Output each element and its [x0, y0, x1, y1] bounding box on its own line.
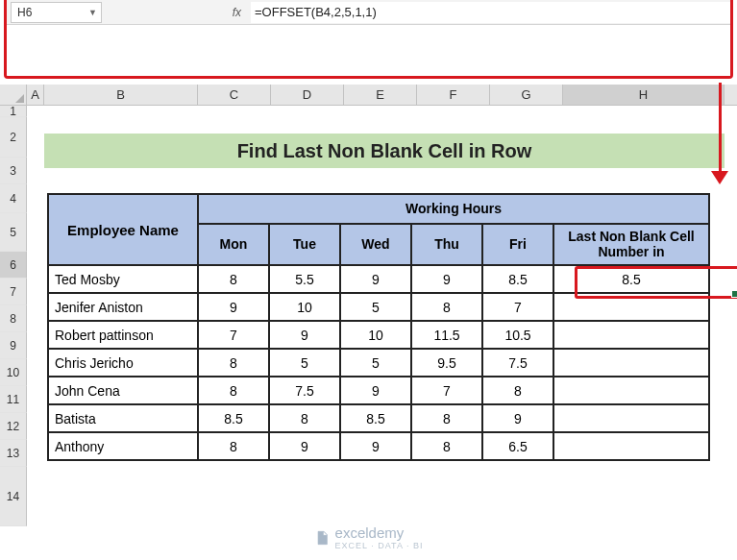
day-header-thu: Thu [411, 224, 482, 265]
col-header-C[interactable]: C [198, 85, 271, 105]
watermark-logo: exceldemy EXCEL · DATA · BI [314, 524, 424, 550]
cell[interactable]: 8 [198, 349, 269, 377]
emp-name[interactable]: John Cena [48, 377, 198, 404]
emp-name[interactable]: Chris Jericho [48, 349, 198, 377]
cell-last[interactable] [553, 377, 709, 404]
cell[interactable]: 8 [482, 377, 553, 404]
table-row: Ted Mosby85.5998.58.5 [48, 265, 709, 293]
table-row: Robert pattinson791011.510.5 [48, 321, 709, 349]
select-all-corner[interactable] [0, 85, 27, 105]
cell[interactable]: 9 [340, 432, 411, 460]
cell-last[interactable] [553, 349, 709, 377]
cell[interactable]: 9 [340, 377, 411, 404]
row-header-9[interactable]: 9 [0, 332, 27, 359]
table-row: Jenifer Aniston910587 [48, 293, 709, 321]
cell-last[interactable] [553, 321, 709, 349]
col-header-G[interactable]: G [490, 85, 563, 105]
col-header-D[interactable]: D [271, 85, 344, 105]
cell[interactable]: 10 [340, 321, 411, 349]
cell[interactable]: 8 [411, 432, 482, 460]
chevron-down-icon[interactable]: ▼ [88, 8, 97, 17]
row-header-11[interactable]: 11 [0, 386, 27, 413]
formula-bar[interactable]: =OFFSET(B4,2,5,1,1) [251, 2, 730, 23]
row-header-13[interactable]: 13 [0, 440, 27, 467]
cell[interactable]: 8.5 [482, 265, 553, 293]
cell[interactable]: 5 [340, 349, 411, 377]
row-header-2[interactable]: 2 [0, 117, 27, 158]
arrow-line [719, 83, 722, 175]
emp-name[interactable]: Ted Mosby [48, 265, 198, 293]
cell-last[interactable] [553, 293, 709, 321]
cell[interactable]: 5 [269, 349, 340, 377]
emp-name[interactable]: Jenifer Aniston [48, 293, 198, 321]
table-row: Batista8.588.589 [48, 404, 709, 432]
cell[interactable]: 9 [482, 404, 553, 432]
emp-name[interactable]: Anthony [48, 432, 198, 460]
fx-area: fx [102, 6, 251, 19]
formula-bar-expanded [7, 25, 730, 75]
fx-icon[interactable]: fx [233, 6, 241, 19]
row-header-10[interactable]: 10 [0, 359, 27, 386]
cell[interactable]: 8 [269, 404, 340, 432]
cell-last[interactable] [553, 432, 709, 460]
svg-point-0 [319, 539, 322, 542]
logo-text: exceldemy [335, 524, 424, 541]
cell[interactable]: 9.5 [411, 349, 482, 377]
cell[interactable]: 6.5 [482, 432, 553, 460]
name-box[interactable]: H6 ▼ [11, 2, 102, 23]
row-header-1[interactable]: 1 [0, 106, 27, 117]
title-banner: Find Last Non Blank Cell in Row [44, 134, 725, 168]
cell[interactable]: 8 [198, 377, 269, 404]
cell[interactable]: 8 [198, 432, 269, 460]
table-row: Anthony89986.5 [48, 432, 709, 460]
cell[interactable]: 7.5 [482, 349, 553, 377]
cell[interactable]: 8.5 [340, 404, 411, 432]
cell[interactable]: 9 [340, 265, 411, 293]
row-header-3[interactable]: 3 [0, 158, 27, 184]
cell[interactable]: 8 [411, 293, 482, 321]
cell[interactable]: 8 [198, 265, 269, 293]
cell-last[interactable]: 8.5 [553, 265, 709, 293]
table-row: Chris Jericho8559.57.5 [48, 349, 709, 377]
day-header-mon: Mon [198, 224, 269, 265]
row-header-4[interactable]: 4 [0, 184, 27, 213]
row-header-8[interactable]: 8 [0, 305, 27, 332]
logo-subtext: EXCEL · DATA · BI [335, 541, 424, 550]
row-header-12[interactable]: 12 [0, 413, 27, 440]
cell[interactable]: 8.5 [198, 404, 269, 432]
column-headers: A B C D E F G H [0, 85, 737, 106]
col-header-B[interactable]: B [44, 85, 198, 105]
cell[interactable]: 7 [198, 321, 269, 349]
cell[interactable]: 9 [269, 321, 340, 349]
cell[interactable]: 9 [269, 432, 340, 460]
cell[interactable]: 11.5 [411, 321, 482, 349]
cell[interactable]: 9 [198, 293, 269, 321]
col-header-A[interactable]: A [27, 85, 44, 105]
cell[interactable]: 7 [411, 377, 482, 404]
cell-last[interactable] [553, 404, 709, 432]
row-header-6[interactable]: 6 [0, 252, 27, 279]
emp-name[interactable]: Batista [48, 404, 198, 432]
cell[interactable]: 10 [269, 293, 340, 321]
cell[interactable]: 8 [411, 404, 482, 432]
last-nonblank-header: Last Non Blank Cell Number in [553, 224, 709, 265]
cell[interactable]: 9 [411, 265, 482, 293]
cell[interactable]: 10.5 [482, 321, 553, 349]
document-icon [314, 530, 330, 546]
cell[interactable]: 5.5 [269, 265, 340, 293]
row-header-14[interactable]: 14 [0, 467, 27, 526]
row-headers: 1 2 3 4 5 6 7 8 9 10 11 12 13 14 [0, 106, 27, 526]
emp-name[interactable]: Robert pattinson [48, 321, 198, 349]
cells-area[interactable]: Find Last Non Blank Cell in Row Employee… [27, 106, 737, 526]
cell[interactable]: 5 [340, 293, 411, 321]
row-header-5[interactable]: 5 [0, 213, 27, 252]
data-table: Employee Name Working Hours Mon Tue Wed … [47, 193, 710, 461]
col-header-F[interactable]: F [417, 85, 490, 105]
row-header-7[interactable]: 7 [0, 279, 27, 305]
cell[interactable]: 7 [482, 293, 553, 321]
working-hours-header: Working Hours [198, 194, 709, 224]
col-header-E[interactable]: E [344, 85, 417, 105]
col-header-H[interactable]: H [563, 85, 725, 105]
grid: 1 2 3 4 5 6 7 8 9 10 11 12 13 14 Find La… [0, 106, 737, 526]
cell[interactable]: 7.5 [269, 377, 340, 404]
